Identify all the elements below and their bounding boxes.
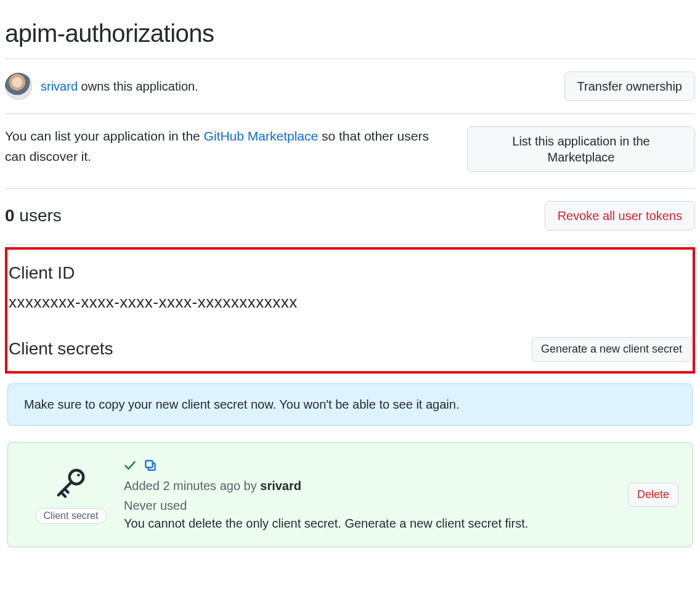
marketplace-prefix: You can list your application in the [5,129,204,143]
revoke-all-tokens-button[interactable]: Revoke all user tokens [545,201,695,231]
avatar[interactable] [5,73,32,100]
users-count-label: users [15,206,62,225]
owner-row: srivard owns this application. Transfer … [5,59,695,113]
highlight-box: Client ID xxxxxxxx-xxxx-xxxx-xxxx-xxxxxx… [5,247,695,374]
secret-never-used: Never used [124,496,624,515]
client-id-value: xxxxxxxx-xxxx-xxxx-xxxx-xxxxxxxxxxxx [9,293,691,312]
flash-copy-secret: Make sure to copy your new client secret… [7,383,693,426]
owner-link[interactable]: srivard [41,80,78,93]
delete-secret-button[interactable]: Delete [628,483,678,507]
check-icon [124,459,136,472]
secret-added-line: Added 2 minutes ago by srivard [124,476,624,496]
marketplace-link[interactable]: GitHub Marketplace [204,129,319,143]
users-row: 0 users Revoke all user tokens [5,189,695,244]
list-in-marketplace-button[interactable]: List this application in the Marketplace [467,126,695,172]
marketplace-row: You can list your application in the Git… [5,114,695,188]
secret-icons [124,459,624,472]
client-secrets-header: Client secrets Generate a new client sec… [9,337,691,362]
secret-cannot-delete: You cannot delete the only client secret… [124,517,624,531]
added-by-prefix: by [240,479,260,493]
added-when: 2 minutes ago [163,479,240,493]
marketplace-text: You can list your application in the Git… [5,126,449,166]
secret-details: Added 2 minutes ago by srivard Never use… [124,459,624,531]
transfer-ownership-button[interactable]: Transfer ownership [564,72,695,101]
owner-info: srivard owns this application. [5,73,198,100]
client-secret-entry: Client secret Added 2 minutes ago by sri… [7,442,693,547]
users-count-number: 0 [5,206,15,225]
client-secret-pill: Client secret [35,508,107,524]
svg-rect-3 [145,460,152,467]
added-prefix: Added [124,479,163,493]
page-title: apim-authorizations [5,20,695,47]
client-secrets-heading: Client secrets [9,339,113,359]
secret-left: Client secret [22,466,120,524]
key-icon [54,466,88,499]
copy-icon[interactable] [144,459,157,472]
client-id-heading: Client ID [9,263,691,283]
owner-text: srivard owns this application. [41,80,198,94]
owner-suffix: owns this application. [78,80,198,93]
added-by-user: srivard [260,479,301,493]
secret-actions: Delete [628,483,678,507]
svg-point-1 [77,473,80,476]
divider [5,244,695,245]
users-count: 0 users [5,206,62,226]
generate-client-secret-button[interactable]: Generate a new client secret [532,337,691,361]
